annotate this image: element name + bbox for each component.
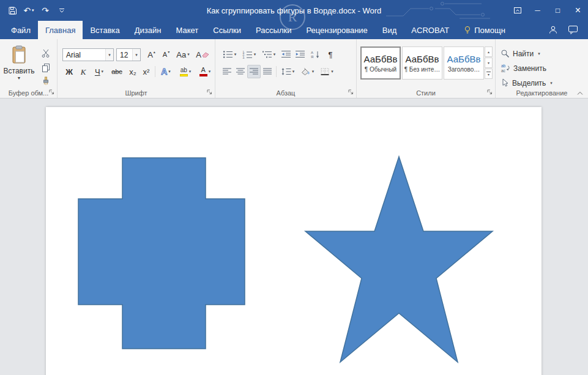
font-color-icon: А bbox=[199, 67, 207, 76]
style-name: ¶ Без инте… bbox=[404, 66, 441, 73]
cross-shape[interactable] bbox=[78, 158, 245, 349]
search-icon bbox=[501, 49, 510, 58]
sign-in-button[interactable] bbox=[548, 25, 558, 35]
font-name-select[interactable]: Arial ▾ bbox=[62, 48, 114, 61]
subscript-button[interactable]: x₂ bbox=[126, 65, 140, 78]
clipboard-dialog-launcher[interactable] bbox=[48, 88, 56, 96]
style-no-spacing[interactable]: АаБбВв ¶ Без инте… bbox=[402, 46, 442, 80]
collapse-ribbon-button[interactable] bbox=[576, 91, 584, 95]
chevron-down-icon: ▾ bbox=[102, 69, 104, 74]
styles-gallery-more-button[interactable]: ▾ bbox=[485, 69, 493, 79]
borders-icon bbox=[320, 67, 330, 76]
justify-button[interactable] bbox=[261, 65, 274, 78]
minimize-button[interactable]: ─ bbox=[527, 0, 548, 21]
ribbon-display-options-button[interactable] bbox=[507, 0, 527, 21]
chevron-down-icon: ▾ bbox=[105, 49, 113, 61]
tab-references[interactable]: Ссылки bbox=[206, 21, 248, 39]
tab-file[interactable]: Файл bbox=[4, 21, 38, 39]
strikethrough-icon: abc bbox=[111, 69, 122, 75]
styles-scroll-down-button[interactable]: ▾ bbox=[485, 58, 493, 68]
cut-button[interactable] bbox=[38, 46, 54, 60]
style-preview: АаБбВв bbox=[364, 54, 398, 64]
bullets-icon bbox=[223, 50, 233, 59]
chevron-down-icon: ▾ bbox=[254, 52, 256, 57]
text-effects-button[interactable]: А▾ bbox=[157, 65, 174, 78]
document-area[interactable] bbox=[0, 98, 588, 375]
bold-button[interactable]: Ж bbox=[62, 65, 76, 78]
up-triangle-icon: ▴ bbox=[154, 50, 155, 54]
replace-button[interactable]: abac Заменить bbox=[501, 62, 546, 75]
change-case-icon: Аа bbox=[176, 51, 186, 59]
line-spacing-button[interactable]: ▾ bbox=[278, 65, 297, 78]
tab-view[interactable]: Вид bbox=[375, 21, 404, 39]
shading-button[interactable]: ▾ bbox=[298, 65, 316, 78]
clear-formatting-button[interactable]: А bbox=[195, 48, 210, 61]
highlight-color-button[interactable]: ab ▾ bbox=[176, 65, 195, 78]
style-normal[interactable]: АаБбВв ¶ Обычный bbox=[360, 46, 401, 80]
align-left-button[interactable] bbox=[220, 65, 234, 78]
format-painter-icon bbox=[41, 76, 51, 86]
font-size-select[interactable]: 12 ▾ bbox=[116, 48, 141, 61]
editing-group: Найти ▾ abac Заменить Выделить ▾ Редакти… bbox=[496, 39, 588, 98]
customize-quick-access-button[interactable] bbox=[54, 2, 69, 18]
font-color-button[interactable]: А ▾ bbox=[196, 65, 214, 78]
chevron-down-icon: ▾ bbox=[132, 49, 140, 61]
tab-assistant[interactable]: Помощн bbox=[456, 21, 513, 39]
styles-group: АаБбВв ¶ Обычный АаБбВв ¶ Без инте… АаБб… bbox=[357, 39, 496, 98]
person-icon bbox=[548, 25, 558, 35]
find-label: Найти bbox=[513, 50, 534, 58]
tab-acrobat-label: ACROBAT bbox=[411, 26, 449, 35]
styles-scroll-up-button[interactable]: ▴ bbox=[485, 46, 493, 57]
copy-icon bbox=[41, 63, 51, 73]
paragraph-dialog-launcher[interactable] bbox=[347, 88, 355, 96]
dialog-launcher-icon bbox=[206, 89, 213, 95]
sort-button[interactable]: АЯ bbox=[308, 48, 322, 61]
redo-button[interactable]: ↷ bbox=[38, 2, 53, 18]
chevron-down-icon: ▾ bbox=[312, 69, 314, 74]
font-group-label: Шрифт bbox=[58, 89, 215, 97]
underline-button[interactable]: Ч▾ bbox=[91, 65, 108, 78]
strikethrough-button[interactable]: abc bbox=[109, 65, 125, 78]
bullets-button[interactable]: ▾ bbox=[220, 48, 239, 61]
multilevel-list-button[interactable]: ▾ bbox=[259, 48, 278, 61]
copy-button[interactable] bbox=[38, 61, 54, 75]
change-case-button[interactable]: Аа▾ bbox=[174, 48, 192, 61]
word-window: ↶▾ ↷ Как сгруппировать фигуры в Ворде.do… bbox=[0, 0, 588, 98]
numbering-button[interactable]: 1.2.3. ▾ bbox=[240, 48, 258, 61]
tab-review[interactable]: Рецензирование bbox=[299, 21, 374, 39]
comments-button[interactable] bbox=[568, 25, 578, 35]
shrink-font-button[interactable]: А▾ bbox=[159, 48, 173, 61]
style-heading[interactable]: АаБбВв Заголово… bbox=[444, 46, 484, 80]
tab-acrobat[interactable]: ACROBAT bbox=[404, 21, 456, 39]
increase-indent-button[interactable] bbox=[293, 48, 307, 61]
italic-button[interactable]: К bbox=[76, 65, 90, 78]
svg-text:ac: ac bbox=[501, 69, 506, 73]
font-dialog-launcher[interactable] bbox=[206, 88, 214, 96]
shrink-font-icon: А bbox=[163, 51, 167, 58]
star-shape[interactable] bbox=[305, 157, 493, 362]
styles-dialog-launcher[interactable] bbox=[486, 88, 494, 96]
borders-button[interactable]: ▾ bbox=[318, 65, 336, 78]
superscript-button[interactable]: x² bbox=[140, 65, 153, 78]
select-button[interactable]: Выделить ▾ bbox=[501, 76, 553, 89]
document-page[interactable] bbox=[46, 107, 541, 375]
lightbulb-icon bbox=[464, 26, 471, 34]
maximize-button[interactable]: □ bbox=[548, 0, 568, 21]
undo-button[interactable]: ↶▾ bbox=[21, 2, 36, 18]
align-center-button[interactable] bbox=[234, 65, 247, 78]
save-button[interactable] bbox=[5, 2, 20, 18]
paste-button[interactable]: Вставить ▼ bbox=[2, 42, 35, 85]
close-button[interactable]: × bbox=[568, 0, 588, 21]
tab-design[interactable]: Дизайн bbox=[127, 21, 169, 39]
tab-home[interactable]: Главная bbox=[38, 21, 83, 39]
grow-font-button[interactable]: А▴ bbox=[144, 48, 158, 61]
format-painter-button[interactable] bbox=[38, 75, 54, 88]
chevron-down-icon: ▾ bbox=[550, 81, 553, 86]
tab-layout[interactable]: Макет bbox=[168, 21, 206, 39]
align-right-button[interactable] bbox=[247, 65, 261, 78]
tab-insert[interactable]: Вставка bbox=[83, 21, 127, 39]
chevron-down-icon: ▾ bbox=[189, 69, 192, 74]
find-button[interactable]: Найти ▾ bbox=[501, 47, 540, 60]
show-formatting-marks-button[interactable]: ¶ bbox=[324, 48, 337, 61]
decrease-indent-button[interactable] bbox=[279, 48, 292, 61]
